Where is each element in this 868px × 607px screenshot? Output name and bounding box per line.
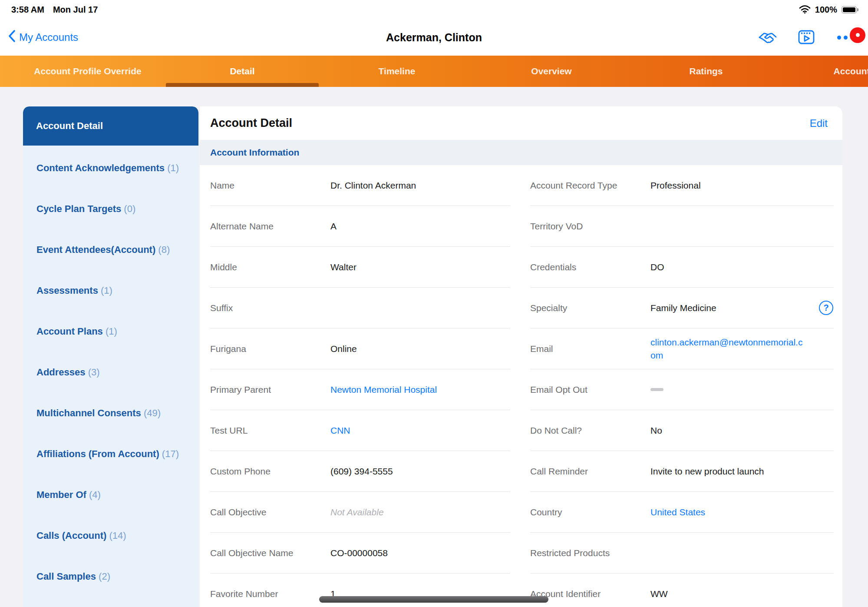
- video-player-icon[interactable]: [796, 29, 816, 46]
- field-label: Suffix: [210, 303, 330, 313]
- sidebar-item-content-acknowledgements[interactable]: Content Acknowledgements (1): [36, 161, 183, 175]
- sidebar-item-member-of[interactable]: Member Of (4): [36, 488, 183, 501]
- edit-button[interactable]: Edit: [810, 117, 828, 129]
- test-url-link[interactable]: CNN: [330, 425, 350, 436]
- field-value: WW: [650, 589, 668, 599]
- field-label: Account Record Type: [530, 180, 650, 191]
- field-value: (609) 394-5555: [330, 466, 393, 477]
- tab-bar: Account Profile Override Detail Timeline…: [0, 56, 868, 87]
- field-value: Dr. Clinton Ackerman: [330, 180, 416, 191]
- back-button[interactable]: My Accounts: [8, 30, 78, 45]
- tab-timeline[interactable]: Timeline: [320, 56, 474, 87]
- field-label: Test URL: [210, 425, 330, 436]
- horizontal-scrollbar[interactable]: [319, 596, 548, 603]
- more-options-button[interactable]: [835, 30, 857, 46]
- field-label: Email: [530, 344, 650, 354]
- battery-percent: 100%: [815, 5, 837, 15]
- field-row: Call Objective Name CO-00000058 Restrict…: [200, 533, 842, 574]
- field-label: Account Identifier: [530, 589, 650, 599]
- navigation-bar: My Accounts Ackerman, Clinton: [0, 19, 868, 56]
- empty-dash-value: [650, 388, 663, 391]
- sidebar-item-calls-account[interactable]: Calls (Account) (14): [36, 529, 183, 542]
- page-title: Ackerman, Clinton: [0, 31, 868, 44]
- field-label: Do Not Call?: [530, 425, 650, 436]
- field-label: Middle: [210, 262, 330, 272]
- field-label: Call Objective: [210, 507, 330, 517]
- field-label: Credentials: [530, 262, 650, 272]
- tab-ratings[interactable]: Ratings: [629, 56, 783, 87]
- country-link[interactable]: United States: [650, 507, 705, 517]
- field-value: CO-00000058: [330, 548, 388, 558]
- field-row: Suffix Specialty Family Medicine ?: [200, 288, 842, 328]
- tab-account-summary[interactable]: Account Sur: [783, 56, 868, 87]
- field-label: Country: [530, 507, 650, 517]
- field-label: Primary Parent: [210, 385, 330, 395]
- field-row: Alternate Name A Territory VoD: [200, 206, 842, 247]
- field-row: Primary Parent Newton Memorial Hospital …: [200, 369, 842, 410]
- field-label: Email Opt Out: [530, 385, 650, 395]
- back-label: My Accounts: [19, 31, 78, 43]
- field-row: Custom Phone (609) 394-5555 Call Reminde…: [200, 451, 842, 492]
- notification-badge: [850, 27, 865, 43]
- field-label: Alternate Name: [210, 221, 330, 232]
- field-value: A: [330, 221, 337, 232]
- field-value: Family Medicine: [650, 303, 716, 313]
- field-value: No: [650, 425, 662, 436]
- handshake-icon[interactable]: [757, 30, 778, 45]
- field-label: Call Objective Name: [210, 548, 330, 558]
- field-row: Name Dr. Clinton Ackerman Account Record…: [200, 165, 842, 206]
- field-value: Invite to new product launch: [650, 466, 764, 477]
- field-label: Specialty: [530, 303, 650, 313]
- clock-date: Mon Jul 17: [53, 5, 98, 15]
- field-label: Restricted Products: [530, 548, 650, 558]
- section-header-account-information: Account Information: [200, 140, 842, 165]
- field-value: DO: [650, 262, 664, 272]
- sidebar-item-account-plans[interactable]: Account Plans (1): [36, 325, 183, 338]
- field-row: Test URL CNN Do Not Call? No: [200, 410, 842, 451]
- primary-parent-link[interactable]: Newton Memorial Hospital: [330, 385, 437, 395]
- wifi-icon: [799, 5, 811, 14]
- sidebar-item-addresses[interactable]: Addresses (3): [36, 365, 183, 379]
- tab-account-profile-override[interactable]: Account Profile Override: [10, 56, 165, 87]
- field-value: Walter: [330, 262, 356, 272]
- field-label: Custom Phone: [210, 466, 330, 477]
- field-row: Middle Walter Credentials DO: [200, 247, 842, 288]
- field-label: Territory VoD: [530, 221, 650, 232]
- not-available-value: Not Available: [330, 507, 384, 517]
- status-bar: 3:58 AM Mon Jul 17 100%: [0, 0, 868, 19]
- card-title: Account Detail: [210, 116, 292, 130]
- back-chevron-icon: [8, 30, 16, 45]
- sidebar-item-call-samples[interactable]: Call Samples (2): [36, 570, 183, 583]
- battery-icon: [842, 6, 857, 13]
- sidebar-item-affiliations[interactable]: Affiliations (From Account) (17): [36, 447, 183, 461]
- help-icon[interactable]: ?: [819, 301, 833, 315]
- sidebar-item-assessments[interactable]: Assessments (1): [36, 284, 183, 297]
- field-value: Professional: [650, 180, 701, 191]
- field-label: Favorite Number: [210, 589, 330, 599]
- field-row: Call Objective Not Available Country Uni…: [200, 492, 842, 533]
- field-row: Furigana Online Email clinton.ackerman@n…: [200, 328, 842, 369]
- account-detail-card: Account Detail Edit Account Information …: [200, 106, 842, 607]
- field-label: Name: [210, 180, 330, 191]
- clock-time: 3:58 AM: [11, 5, 44, 15]
- sidebar-item-event-attendees[interactable]: Event Attendees(Account) (8): [36, 243, 183, 256]
- email-link[interactable]: clinton.ackerman@newtonmemorial.com: [650, 336, 808, 362]
- tab-overview[interactable]: Overview: [474, 56, 629, 87]
- field-label: Furigana: [210, 344, 330, 354]
- ellipsis-icon: [837, 36, 841, 40]
- content-area: Account Detail Content Acknowledgements …: [0, 87, 868, 607]
- sidebar-item-account-detail[interactable]: Account Detail: [23, 106, 198, 146]
- field-label: Call Reminder: [530, 466, 650, 477]
- tab-detail[interactable]: Detail: [165, 56, 320, 87]
- sidebar-item-cycle-plan-targets[interactable]: Cycle Plan Targets (0): [36, 202, 183, 216]
- related-lists-sidebar: Account Detail Content Acknowledgements …: [23, 106, 198, 607]
- sidebar-item-multichannel-consents[interactable]: Multichannel Consents (49): [36, 406, 183, 420]
- field-value: Online: [330, 344, 357, 354]
